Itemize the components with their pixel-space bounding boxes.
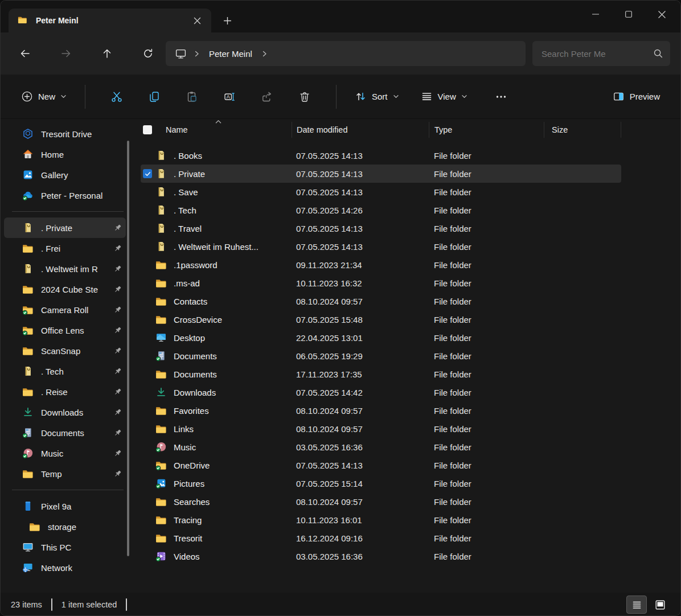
file-row[interactable]: . Weltweit im Ruhest...07.05.2025 14:13F… (141, 237, 621, 256)
rename-button[interactable]: A (211, 84, 248, 110)
breadcrumb-folder[interactable]: Peter Meinl (207, 49, 255, 59)
sidebar-item-music[interactable]: Music (4, 443, 126, 463)
file-row[interactable]: Tresorit16.12.2024 09:16File folder (141, 529, 621, 547)
file-row[interactable]: Searches08.10.2024 09:57File folder (141, 492, 621, 511)
file-row[interactable]: . Save07.05.2025 14:13File folder (141, 183, 621, 201)
file-row[interactable]: Documents06.05.2025 19:29File folder (141, 347, 621, 365)
file-name: . Save (174, 187, 292, 197)
file-row[interactable]: Desktop22.04.2025 13:01File folder (141, 328, 621, 347)
tab-close-icon[interactable] (188, 12, 206, 29)
folder-icon (155, 277, 167, 289)
paste-button[interactable] (173, 84, 211, 110)
forward-button[interactable] (53, 42, 79, 65)
file-row[interactable]: Contacts08.10.2024 09:57File folder (141, 292, 621, 310)
sidebar-item-storage[interactable]: storage (4, 516, 126, 537)
column-header-date[interactable]: Date modified (292, 122, 429, 138)
folder-check-icon (22, 325, 34, 336)
new-button[interactable]: New (15, 86, 72, 107)
file-row[interactable]: .ms-ad10.11.2023 16:32File folder (141, 274, 621, 292)
close-button[interactable] (645, 3, 678, 26)
file-row[interactable]: OneDrive07.05.2025 14:13File folder (141, 456, 621, 474)
tresorit-drive-icon (22, 128, 34, 139)
thumbnail-view-button[interactable] (650, 596, 670, 614)
sidebar-scrollbar[interactable] (127, 141, 129, 556)
file-row[interactable]: . Books07.05.2025 14:13File folder (141, 146, 621, 165)
details-view-button[interactable] (626, 596, 647, 614)
file-row[interactable]: . Private07.05.2025 14:13File folder (141, 165, 621, 183)
file-date: 07.05.2025 14:13 (292, 169, 429, 179)
chevron-right-icon[interactable] (261, 51, 268, 57)
sidebar-item-peter-personal[interactable]: Peter - Personal (4, 185, 126, 206)
back-button[interactable] (12, 42, 38, 65)
preview-pane-icon (613, 91, 625, 102)
file-row[interactable]: Music03.05.2025 16:36File folder (141, 438, 621, 456)
column-header-size[interactable]: Size (544, 122, 621, 138)
file-row[interactable]: .1password09.11.2023 21:34File folder (141, 256, 621, 274)
preview-button[interactable]: Preview (607, 86, 666, 107)
file-type: File folder (429, 315, 544, 325)
file-type: File folder (429, 260, 544, 270)
search-input[interactable] (541, 49, 653, 59)
search-icon[interactable] (653, 48, 663, 59)
navigation-bar: Peter Meinl (1, 32, 680, 75)
file-row[interactable]: Downloads07.05.2025 14:42File folder (141, 383, 621, 401)
row-checkbox[interactable] (143, 169, 152, 178)
column-header-type[interactable]: Type (429, 122, 544, 138)
share-button[interactable] (248, 84, 286, 110)
sidebar-item-home[interactable]: Home (4, 144, 126, 165)
view-button[interactable]: View (415, 86, 473, 107)
sidebar-item-downloads[interactable]: Downloads (4, 402, 126, 422)
cut-button[interactable] (98, 84, 136, 110)
file-row[interactable]: CrossDevice07.05.2025 15:48File folder (141, 310, 621, 328)
sidebar-item-pixel-9a[interactable]: Pixel 9a (4, 496, 126, 516)
folder-icon (155, 514, 167, 525)
sidebar-item-label: Temp (41, 469, 105, 479)
search-box[interactable] (532, 41, 670, 66)
tab-peter-meinl[interactable]: Peter Meinl (9, 9, 211, 32)
pin-icon (113, 408, 122, 417)
sidebar-item-tresorit-drive[interactable]: Tresorit Drive (4, 124, 126, 144)
file-type: File folder (429, 151, 544, 161)
sidebar-item-scansnap[interactable]: ScanSnap (4, 340, 126, 361)
delete-button[interactable] (286, 84, 323, 110)
sidebar-item-frei[interactable]: . Frei (4, 238, 126, 258)
address-bar[interactable]: Peter Meinl (166, 41, 526, 66)
sort-button[interactable]: Sort (349, 86, 405, 107)
minimize-button[interactable] (579, 3, 612, 26)
sidebar-item-reise[interactable]: . Reise (4, 381, 126, 402)
more-options-button[interactable] (482, 84, 520, 110)
sidebar-item-label: . Private (41, 223, 105, 233)
sidebar-item-camera-roll[interactable]: Camera Roll (4, 299, 126, 320)
file-row[interactable]: . Travel07.05.2025 14:13File folder (141, 219, 621, 237)
file-date: 16.12.2024 09:16 (292, 533, 429, 543)
sidebar-item-network[interactable]: Network (4, 557, 126, 578)
column-header-name[interactable]: Name (155, 122, 292, 138)
file-row[interactable]: . Tech07.05.2025 14:26File folder (141, 201, 621, 219)
sidebar-item-this-pc[interactable]: This PC (4, 537, 126, 557)
sidebar-item-office-lens[interactable]: Office Lens (4, 320, 126, 340)
file-row[interactable]: Links08.10.2024 09:57File folder (141, 420, 621, 438)
tresorit-folder-icon (155, 223, 167, 234)
file-name: Documents (174, 351, 292, 361)
sidebar-item-tech[interactable]: . Tech (4, 361, 126, 381)
sidebar-item-weltweit-im-r[interactable]: . Weltweit im R (4, 258, 126, 279)
sidebar-item-2024-cube-ste[interactable]: 2024 Cube Ste (4, 279, 126, 299)
copy-button[interactable] (136, 84, 173, 110)
tab-strip: Peter Meinl (1, 1, 680, 32)
sidebar-item-private[interactable]: . Private (4, 217, 126, 238)
up-button[interactable] (94, 42, 120, 65)
file-row[interactable]: Tracing10.11.2023 16:01File folder (141, 511, 621, 529)
new-tab-button[interactable] (217, 11, 237, 30)
folder-icon (155, 314, 167, 325)
chevron-right-icon[interactable] (194, 51, 200, 57)
refresh-button[interactable] (135, 42, 161, 65)
maximize-button[interactable] (612, 3, 645, 26)
select-all-checkbox[interactable] (143, 125, 152, 134)
file-row[interactable]: Documents17.11.2023 17:35File folder (141, 365, 621, 383)
sidebar-item-documents[interactable]: Documents (4, 422, 126, 443)
sidebar-item-temp[interactable]: Temp (4, 463, 126, 484)
file-row[interactable]: Videos03.05.2025 16:36File folder (141, 547, 621, 565)
file-row[interactable]: Pictures07.05.2025 15:14File folder (141, 474, 621, 492)
sidebar-item-gallery[interactable]: Gallery (4, 165, 126, 185)
file-row[interactable]: Favorites08.10.2024 09:57File folder (141, 401, 621, 420)
